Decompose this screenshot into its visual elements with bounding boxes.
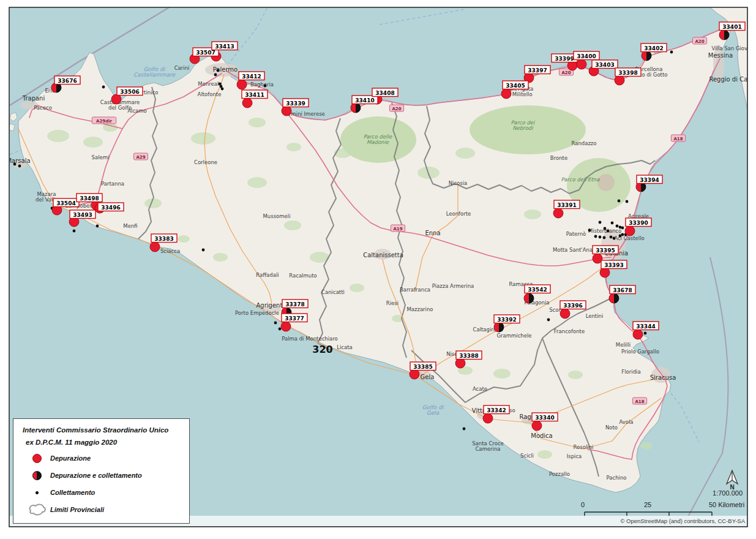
svg-text:33397: 33397 [528,67,547,74]
town-label: Caltanissetta [363,252,403,258]
svg-text:33396: 33396 [563,303,582,309]
svg-text:33542: 33542 [528,287,547,293]
town-label: Grammichele [496,333,531,339]
marker-label-33402: 33402 [641,43,667,52]
marker-label-33403: 33403 [592,60,618,69]
marker-33542[interactable] [524,293,534,303]
town-label: Sciacca [160,248,180,254]
collettamento-dot[interactable] [463,428,466,431]
marker-33678[interactable] [609,293,619,303]
town-label: Alcamo [127,108,147,114]
svg-text:33411: 33411 [245,92,264,98]
marker-33400[interactable] [577,59,586,69]
town-label: Canicattì [321,289,345,295]
collettamento-dot[interactable] [610,236,613,239]
town-label: Rosolini [574,444,594,450]
collettamento-dot[interactable] [621,233,624,236]
collettamento-dot[interactable] [616,225,619,228]
collettamento-dot[interactable] [670,51,673,54]
town-label: Riesi [386,300,399,306]
svg-text:33400: 33400 [577,53,596,59]
collettamento-dot[interactable] [547,318,550,322]
collettamento-dot[interactable] [604,227,607,230]
collettamento-dot[interactable] [613,237,616,240]
marker-33402[interactable] [642,51,651,61]
marker-33339[interactable] [282,106,291,116]
town-label: Pachino [607,475,627,481]
collettamento-dot[interactable] [626,200,629,203]
legend-title-line1: Interventi Commissario Straordinario Uni… [23,426,168,434]
marker-label-33411: 33411 [242,90,268,99]
marker-33396[interactable] [560,309,570,318]
collettamento-dot[interactable] [274,322,277,325]
marker-label-33412: 33412 [239,72,264,80]
collettamento-dot[interactable] [264,85,267,88]
marker-33344[interactable] [633,330,643,339]
marker-33383[interactable] [150,242,160,252]
collettamento-dot[interactable] [644,332,647,335]
collettamento-dot[interactable] [18,165,21,168]
svg-text:A18: A18 [635,399,644,404]
town-label: Lentini [586,313,604,319]
town-label: Paternò [566,231,586,237]
collettamento-dot[interactable] [599,221,602,224]
collettamento-dot[interactable] [607,230,610,233]
svg-text:33344: 33344 [636,323,655,330]
scale-label-middle: 25 [644,501,651,508]
svg-text:33399: 33399 [555,56,574,62]
town-label: Reggio di Calabria [709,76,756,83]
marker-33398[interactable] [615,75,624,85]
marker-label-33383: 33383 [151,234,177,243]
marker-label-33344: 33344 [633,322,659,330]
collettamento-dot[interactable] [102,86,105,89]
marker-33342[interactable] [483,413,493,423]
collettamento-dot[interactable] [594,235,597,238]
collettamento-dot[interactable] [588,229,591,232]
collettamento-dot[interactable] [221,88,224,91]
marker-33392[interactable] [494,322,504,332]
svg-text:33493: 33493 [73,212,92,218]
town-label: Gela [421,374,435,380]
collettamento-dot[interactable] [619,226,622,229]
marker-33401[interactable] [719,30,729,40]
svg-text:33392: 33392 [497,317,516,323]
marker-33410[interactable] [351,103,361,113]
collettamento-dot[interactable] [621,227,624,230]
collettamento-dot[interactable] [603,236,606,239]
marker-33393[interactable] [600,268,610,277]
marker-33385[interactable] [410,369,419,379]
svg-text:33394: 33394 [640,177,659,183]
collettamento-dot[interactable] [217,69,220,72]
collettamento-dot[interactable] [618,200,621,203]
town-label: Scicli [520,453,534,459]
collettamento-dot[interactable] [202,249,205,252]
legend-item-depurazione-collettamento: Depurazione e collettamento [23,469,142,481]
marker-33411[interactable] [242,98,252,108]
marker-33377[interactable] [281,322,291,331]
marker-33388[interactable] [455,358,465,368]
scale-label-start: 0 [581,501,585,508]
town-label: Trapani [22,95,45,102]
collettamento-dot[interactable] [73,230,76,233]
town-label: Palermo [213,66,238,73]
town-label: Racalmuto [289,273,316,279]
town-label: Melilli [616,342,631,348]
svg-text:33388: 33388 [459,353,478,359]
collettamento-dot[interactable] [214,74,217,77]
marker-33391[interactable] [553,208,563,218]
collettamento-dot[interactable] [279,328,282,331]
marker-33340[interactable] [532,421,542,431]
collettamento-dot[interactable] [96,225,99,228]
town-label: Licata [337,344,353,350]
marker-33506[interactable] [111,94,121,104]
collettamento-dot[interactable] [599,236,602,239]
collettamento-dot[interactable] [13,163,17,166]
marker-33412[interactable] [237,80,247,89]
marker-label-33400: 33400 [574,51,599,60]
collettamento-dot[interactable] [611,222,614,225]
town-label: Carini [174,65,190,71]
marker-33405[interactable] [501,89,511,99]
town-label: Mussomeli [263,213,290,219]
marker-label-33395: 33395 [593,246,618,254]
marker-33390[interactable] [625,226,635,236]
